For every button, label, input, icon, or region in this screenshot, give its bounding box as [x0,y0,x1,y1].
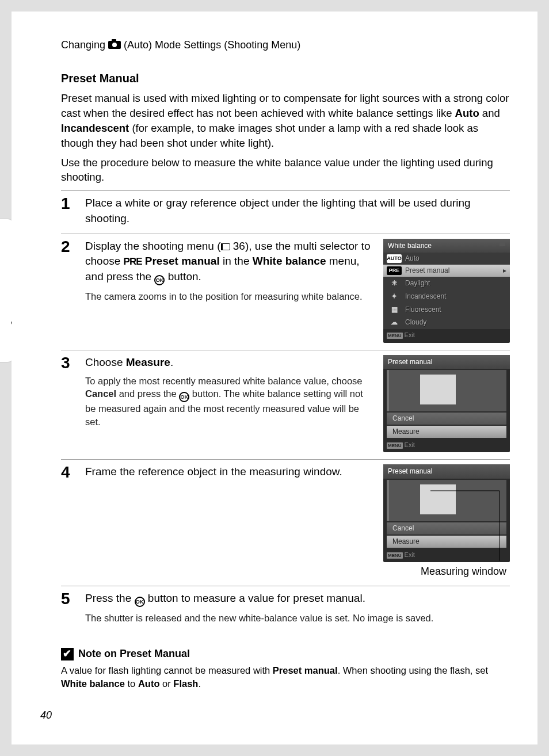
pre-icon: PRE [124,255,142,269]
step-5: 5 Press the OK button to measure a value… [61,586,510,631]
lcd-preset-manual-frame: Preset manual Cancel Measure MENUExit [383,464,510,562]
header-suffix: (Auto) Mode Settings (Shooting Menu) [124,39,300,51]
daylight-icon: ☀ [387,278,402,289]
auto-icon: AUTO [387,254,402,263]
page-number: 40 [40,709,52,721]
white-reference-box [420,375,456,404]
menu-icon: MENU [387,442,403,449]
intro-para-1: Preset manual is used with mixed lightin… [61,91,510,151]
step-3: 3 Choose Measure. To apply the most rece… [61,350,510,460]
step-1: 1 Place a white or gray reference object… [61,190,510,233]
ok-icon: OK [135,597,145,607]
step-1-number: 1 [61,196,77,226]
step-3-number: 3 [61,355,77,453]
incandescent-icon: ✦ [387,291,402,302]
lcd3-title: Preset manual [383,464,510,479]
ok-icon: OK [179,392,189,402]
header-prefix: Changing [61,39,105,51]
step-4: 4 Frame the reference object in the meas… [61,459,510,586]
lcd2-measure: Measure [387,426,506,438]
pointer-line-icon [488,486,511,567]
menu-icon: MENU [387,552,403,559]
step-2-number: 2 [61,239,77,343]
manual-page: Changing (Auto) Mode Settings (Shooting … [12,12,537,744]
step-2: 2 Display the shooting menu ( 36), use t… [61,234,510,350]
book-icon [221,243,230,250]
measuring-window-box [420,484,456,514]
section-title: Preset Manual [61,72,510,85]
note-text: A value for flash lighting cannot be mea… [61,664,510,690]
fluorescent-icon: ▦ [387,304,402,315]
lcd1-title: White balance [383,239,510,253]
note-title: Note on Preset Manual [78,648,190,660]
intro-para-2: Use the procedure below to measure the w… [61,155,510,185]
lcd2-preview [387,370,506,411]
step-3-sub: To apply the most recently measured whit… [85,375,373,428]
step-4-number: 4 [61,464,77,579]
cloudy-icon: ☁ [387,317,402,328]
lcd2-cancel: Cancel [387,413,506,425]
note-block: Note on Preset Manual A value for flash … [61,648,510,690]
note-check-icon [61,648,74,660]
step-2-sub: The camera zooms in to the position for … [85,290,373,303]
step-4-text: Frame the reference object in the measur… [85,464,373,579]
lcd2-title: Preset manual [383,355,510,369]
ok-icon: OK [154,275,165,285]
pre-menu-icon: PRE [387,266,402,275]
lcd-white-balance-menu: White balance AUTOAuto PREPreset manual▸… [383,239,510,343]
step-5-number: 5 [61,591,77,624]
menu-icon: MENU [387,333,403,339]
camera-icon [108,41,121,49]
step-5-sub: The shutter is released and the new whit… [85,612,510,624]
lcd-preset-manual-measure: Preset manual Cancel Measure MENUExit [383,355,510,453]
step-1-body: Place a white or gray reference object u… [85,196,510,226]
page-header: Changing (Auto) Mode Settings (Shooting … [61,39,510,51]
